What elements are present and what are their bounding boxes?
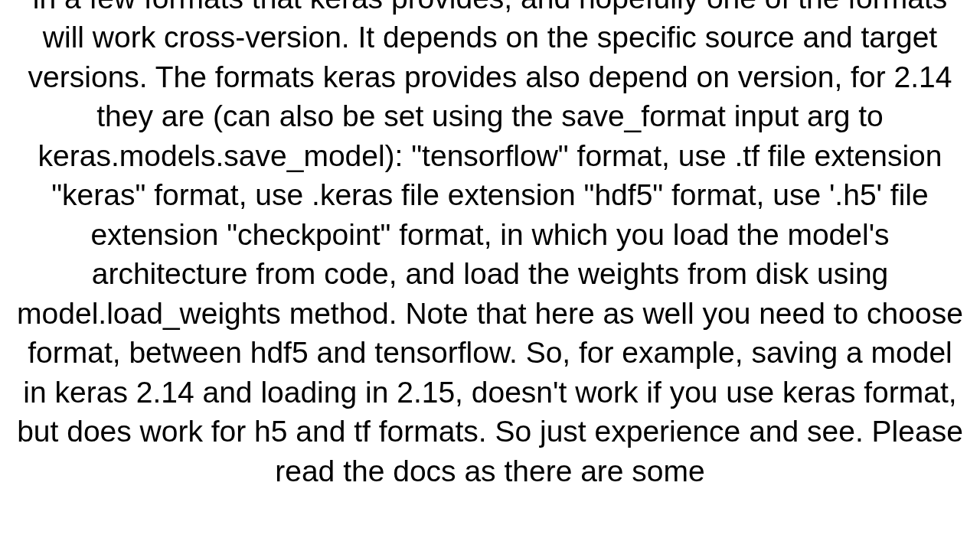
body-text: in a few formats that keras provides, an… <box>17 0 963 487</box>
document-body: in a few formats that keras provides, an… <box>0 0 980 491</box>
